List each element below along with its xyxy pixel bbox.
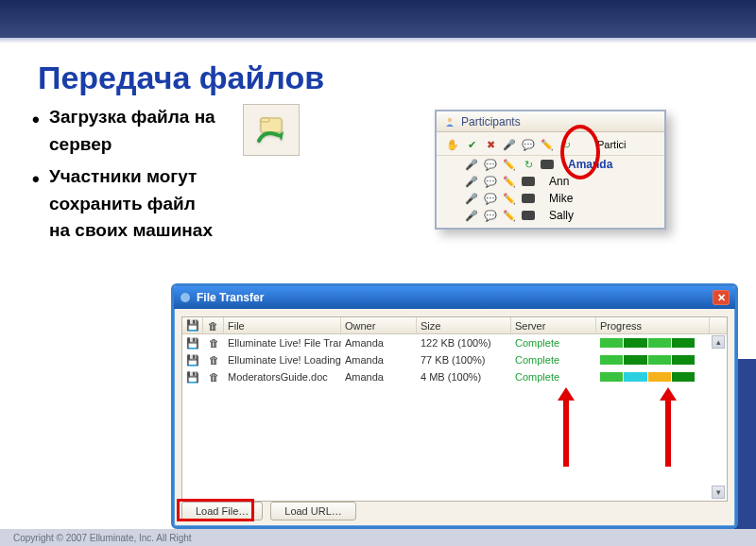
cell-file: Elluminate Live! File Transfer Quick Re… [224,334,341,351]
svg-rect-1 [261,118,269,122]
cell-progress [596,334,710,351]
slide-bullet: Участники могут сохранить файл на своих … [28,163,217,245]
delete-icon[interactable]: 🗑 [203,334,224,351]
pen-icon: ✏️ [541,138,554,151]
column-server[interactable]: Server [511,317,596,333]
mic-icon: 🎤 [465,158,478,171]
chat-icon: 💬 [484,192,497,205]
load-url-button[interactable]: Load URL… [270,502,356,520]
participant-name: Amanda [568,158,612,171]
participant-name: Mike [549,192,573,205]
svg-point-4 [180,293,190,302]
participants-header: Participants [437,111,664,132]
cell-owner: Amanda [341,351,417,368]
transfer-icon: ↻ [559,138,573,151]
cell-server: Complete [511,334,596,351]
column-progress[interactable]: Progress [596,317,710,333]
camera-icon [522,194,535,203]
cell-server: Complete [511,368,596,385]
footer-copyright: Copyright © 2007 Elluminate, Inc. All Ri… [13,533,192,543]
participants-column-label: Partici [597,138,627,151]
slide-top-band [0,0,756,38]
delete-column-icon: 🗑 [203,317,224,333]
camera-icon [522,177,535,186]
table-row[interactable]: 💾 🗑 Elluminate Live! Loading Presentatio… [182,351,727,368]
delete-icon[interactable]: 🗑 [203,368,224,385]
cell-file: Elluminate Live! Loading Presentations… [224,351,341,368]
cell-progress [596,351,710,368]
load-file-button[interactable]: Load File… [181,502,263,520]
save-icon[interactable]: 💾 [182,351,203,368]
slide-bullet: Загрузка файла на сервер [28,104,217,158]
delete-icon[interactable]: 🗑 [203,351,224,368]
file-transfer-window: File Transfer ✕ 💾 🗑 File Owner Size Serv… [171,283,738,529]
participant-name: Ann [549,175,569,188]
cell-file: ModeratorsGuide.doc [224,368,341,385]
upload-folder-icon [243,104,300,156]
app-icon [180,292,191,303]
slide-bullet-list: Загрузка файла на сервер Участники могут… [28,104,217,250]
participant-row[interactable]: 🎤 💬 ✏️ Mike [437,190,664,207]
cell-size: 4 MB (100%) [417,368,511,385]
mic-icon: 🎤 [465,209,478,222]
mic-icon: 🎤 [465,192,478,205]
camera-icon [578,138,592,151]
file-transfer-titlebar[interactable]: File Transfer ✕ [174,286,735,309]
file-transfer-table: 💾 🗑 File Owner Size Server Progress 💾 🗑 … [181,316,728,502]
table-row[interactable]: 💾 🗑 Elluminate Live! File Transfer Quick… [182,334,727,351]
participants-panel: Participants ✋ ✔ ✖ 🎤 💬 ✏️ ↻ Partici 🎤 💬 … [435,110,666,230]
table-row[interactable]: 💾 🗑 ModeratorsGuide.doc Amanda 4 MB (100… [182,368,727,385]
column-size[interactable]: Size [417,317,511,333]
slide-title: Передача файлов [38,60,324,96]
cross-icon: ✖ [484,138,497,151]
scroll-down-button[interactable]: ▾ [712,486,725,499]
cell-owner: Amanda [341,368,417,385]
cell-progress [596,368,710,385]
pen-icon: ✏️ [503,175,516,188]
camera-icon [541,160,554,169]
pen-icon: ✏️ [503,158,516,171]
participants-header-label: Participants [461,115,521,128]
cell-owner: Amanda [341,334,417,351]
save-icon[interactable]: 💾 [182,334,203,351]
pen-icon: ✏️ [503,192,516,205]
file-transfer-title: File Transfer [197,291,264,304]
svg-point-3 [448,117,452,121]
table-header-row: 💾 🗑 File Owner Size Server Progress [182,317,727,334]
scroll-up-button[interactable]: ▴ [712,335,725,349]
camera-icon [522,211,535,220]
chat-icon: 💬 [522,138,535,151]
transfer-icon: ↻ [522,158,535,171]
mic-icon: 🎤 [465,175,478,188]
column-owner[interactable]: Owner [341,317,417,333]
participants-icon [444,116,455,128]
pen-icon: ✏️ [503,209,516,222]
participant-name: Sally [549,209,574,222]
participant-row[interactable]: 🎤 💬 ✏️ Ann [437,173,664,190]
cell-size: 77 KB (100%) [417,351,511,368]
participants-toolbar: ✋ ✔ ✖ 🎤 💬 ✏️ ↻ Partici [437,136,664,156]
participant-row[interactable]: 🎤 💬 ✏️ ↻ Amanda [437,156,664,173]
check-icon: ✔ [465,138,478,151]
chat-icon: 💬 [484,209,497,222]
hand-icon: ✋ [446,138,459,151]
close-button[interactable]: ✕ [713,290,730,305]
slide-footer: Copyright © 2007 Elluminate, Inc. All Ri… [0,529,756,546]
chat-icon: 💬 [484,158,497,171]
column-file[interactable]: File [224,317,341,333]
participant-row[interactable]: 🎤 💬 ✏️ Sally [437,207,664,224]
chat-icon: 💬 [484,175,497,188]
save-column-icon: 💾 [182,317,203,333]
save-icon[interactable]: 💾 [182,368,203,385]
cell-size: 122 KB (100%) [417,334,511,351]
cell-server: Complete [511,351,596,368]
mic-icon: 🎤 [503,138,516,151]
